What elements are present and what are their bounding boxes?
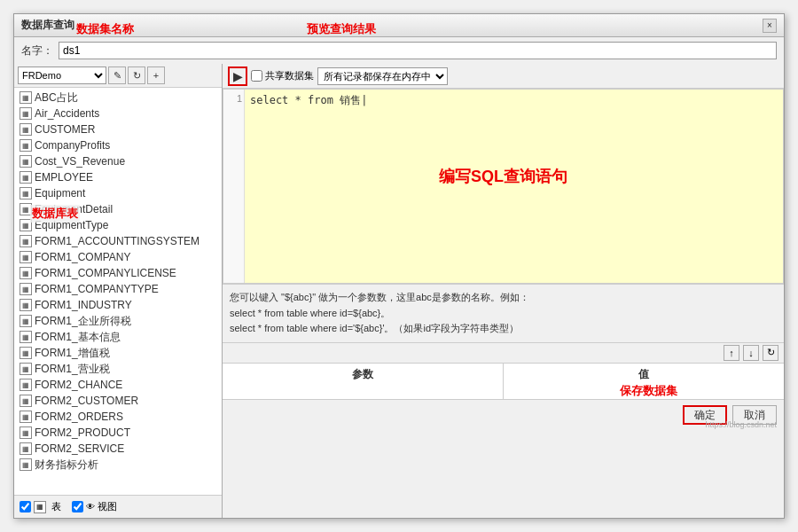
list-item[interactable]: ▦ FORM2_CUSTOMER [14,393,222,409]
checkbox-view[interactable] [72,501,83,512]
params-table: 参数 值 [223,364,784,399]
table-icon: ▦ [20,363,32,375]
list-item[interactable]: ▦ FORM1_基本信息 [14,329,222,345]
table-icon: ▦ [20,395,32,407]
list-item[interactable]: ▦ EquipmentType [14,217,222,233]
preview-button[interactable]: ▶ [228,66,247,86]
params-area: ↑ ↓ ↻ 参数 值 [223,342,784,399]
list-item[interactable]: ▦ FORM2_PRODUCT [14,425,222,441]
table-icon-small: ▦ [34,501,46,513]
left-panel: FRDemo ✎ ↻ + 数据库表 ▦ ABC占比 ▦ Air_Accident… [14,64,223,518]
checkbox-table-label[interactable]: ▦ 表 [20,500,61,513]
dialog-title: 数据库查询 [21,18,74,33]
db-add-button[interactable]: + [147,66,165,84]
list-item[interactable]: ▦ FORM1_COMPANY [14,249,222,265]
right-panel: ▶ 共享数据集 所有记录都保存在内存中 1 select * from 销售| … [223,64,784,518]
list-item[interactable]: ▦ FORM1_COMPANYTYPE [14,281,222,297]
table-icon: ▦ [20,171,32,184]
list-item[interactable]: ▦ EMPLOYEE [14,169,222,185]
tree-list: 数据库表 ▦ ABC占比 ▦ Air_Accidents ▦ CUSTOMER … [14,88,222,495]
table-icon: ▦ [20,235,32,247]
table-icon: ▦ [20,458,32,471]
table-icon: ▦ [20,123,32,136]
hint-area: 您可以键入 "${abc}" 做为一个参数数，这里abc是参数的名称。例如： s… [223,284,784,342]
table-icon: ▦ [20,331,32,343]
list-item[interactable]: ▦ FORM2_SERVICE [14,441,222,457]
left-bottom: ▦ 表 👁 视图 [14,495,222,518]
list-item[interactable]: ▦ FORM2_CHANCE [14,377,222,393]
table-icon: ▦ [20,251,32,263]
list-item[interactable]: ▦ CompanyProfits [14,137,222,153]
list-item[interactable]: ▦ CUSTOMER [14,121,222,137]
table-icon: ▦ [20,187,32,200]
name-row: 名字： [14,37,784,64]
name-input[interactable] [59,42,777,59]
list-item[interactable]: ▦ FORM1_INDUSTRY [14,297,222,313]
table-icon: ▦ [20,315,32,327]
list-item[interactable]: ▦ 财务指标分析 [14,457,222,473]
table-icon: ▦ [20,267,32,279]
sql-editor[interactable]: 1 select * from 销售| 编写SQL查询语句 [223,89,784,284]
sql-content[interactable]: select * from 销售| [245,90,783,283]
db-edit-button[interactable]: ✎ [108,66,126,84]
line-numbers: 1 [223,90,245,283]
table-icon: ▦ [20,219,32,231]
list-item[interactable]: ▦ FORM1_企业所得税 [14,313,222,329]
watermark: https://blog.csdn.net [705,420,777,429]
table-icon: ▦ [20,299,32,311]
db-toolbar: FRDemo ✎ ↻ + [14,64,222,88]
main-area: FRDemo ✎ ↻ + 数据库表 ▦ ABC占比 ▦ Air_Accident… [14,64,784,518]
share-dataset-checkbox[interactable] [251,70,262,82]
list-item[interactable]: ▦ FORM1_COMPANYLICENSE [14,265,222,281]
table-icon: ▦ [20,411,32,423]
close-button[interactable]: × [763,19,777,33]
name-label: 名字： [21,43,53,59]
db-select[interactable]: FRDemo [18,66,106,84]
table-label: 表 [51,500,61,513]
dialog: 数据库查询 × 名字： 数据集名称 预览查询结果 FRDemo ✎ ↻ + [13,13,785,519]
refresh-params-button[interactable]: ↻ [763,345,778,361]
hint-line3: select * from table where id='${abc}'。（如… [230,321,777,337]
params-toolbar: ↑ ↓ ↻ [223,343,784,364]
params-col-header-name: 参数 [223,364,504,399]
list-item[interactable]: ▦ FORM1_ACCOUNTTINGSYSTEM [14,233,222,249]
table-icon: ▦ [20,283,32,295]
table-icon: ▦ [20,347,32,359]
list-item[interactable]: ▦ EquipmentDetail [14,201,222,217]
title-bar: 数据库查询 × [14,14,784,37]
list-item[interactable]: ▦ FORM2_ORDERS [14,409,222,425]
preview-icon: ▶ [233,69,243,83]
db-refresh-button[interactable]: ↻ [128,66,145,84]
list-item[interactable]: ▦ ABC占比 [14,90,222,106]
list-item[interactable]: ▦ Equipment [14,185,222,201]
table-icon: ▦ [20,139,32,152]
move-down-button[interactable]: ↓ [743,345,759,361]
table-icon: ▦ [20,107,32,120]
share-label: 共享数据集 [265,69,314,82]
checkbox-table[interactable] [20,501,31,512]
table-icon: ▦ [20,426,32,439]
view-icon: 👁 [86,502,95,512]
move-up-button[interactable]: ↑ [724,345,739,361]
share-dataset-label[interactable]: 共享数据集 [251,69,314,82]
params-col-header-value: 值 [504,364,784,399]
bottom-bar: 保存数据集 确定 取消 https://blog.csdn.net [223,399,784,431]
right-toolbar: ▶ 共享数据集 所有记录都保存在内存中 [223,64,784,89]
hint-line2: select * from table where id=${abc}。 [230,306,777,322]
table-icon: ▦ [20,91,32,104]
table-icon: ▦ [20,379,32,391]
list-item[interactable]: ▦ FORM1_增值税 [14,345,222,361]
list-item[interactable]: ▦ FORM1_营业税 [14,361,222,377]
table-icon: ▦ [20,155,32,168]
cache-select[interactable]: 所有记录都保存在内存中 [317,67,448,85]
list-item[interactable]: ▦ Cost_VS_Revenue [14,153,222,169]
list-item[interactable]: ▦ Air_Accidents [14,106,222,121]
view-label: 视图 [98,500,117,513]
hint-line1: 您可以键入 "${abc}" 做为一个参数数，这里abc是参数的名称。例如： [230,290,777,306]
checkbox-view-label[interactable]: 👁 视图 [72,500,117,513]
table-icon: ▦ [20,203,32,215]
table-icon: ▦ [20,442,32,455]
